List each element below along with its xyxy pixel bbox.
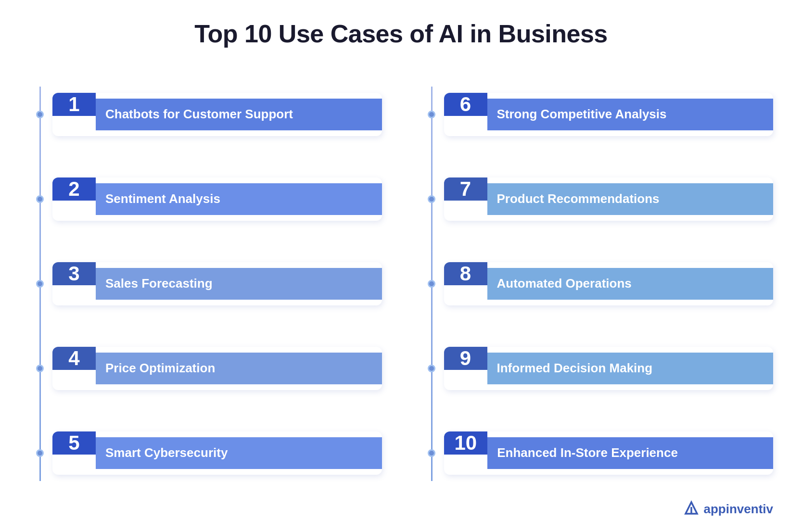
item-label-2: Sentiment Analysis (96, 183, 382, 215)
list-item: 4Price Optimization (29, 326, 382, 411)
item-label-5: Smart Cybersecurity (96, 437, 382, 469)
item-number-6: 6 (444, 93, 487, 116)
timeline-dot (428, 449, 435, 457)
item-card-7: 7Product Recommendations (444, 177, 774, 221)
item-card-10: 10Enhanced In-Store Experience (444, 431, 774, 475)
timeline-dot (36, 280, 44, 288)
item-number-2: 2 (52, 177, 96, 201)
timeline-dot (428, 195, 435, 203)
item-label-7: Product Recommendations (487, 183, 774, 215)
item-number-7: 7 (444, 177, 487, 201)
content-area: 1Chatbots for Customer Support2Sentiment… (29, 72, 773, 495)
logo-icon (683, 500, 700, 518)
item-label-9: Informed Decision Making (487, 353, 774, 384)
item-label-10: Enhanced In-Store Experience (487, 437, 773, 469)
item-number-10: 10 (444, 431, 488, 455)
item-card-2: 2Sentiment Analysis (52, 177, 382, 221)
item-card-6: 6Strong Competitive Analysis (444, 93, 774, 136)
item-card-9: 9Informed Decision Making (444, 347, 774, 390)
list-item: 9Informed Decision Making (420, 326, 774, 411)
item-label-4: Price Optimization (96, 353, 382, 384)
list-item: 3Sales Forecasting (29, 241, 382, 326)
item-card-8: 8Automated Operations (444, 262, 774, 305)
item-card-5: 5Smart Cybersecurity (52, 431, 382, 475)
timeline-dot (36, 111, 44, 118)
item-label-8: Automated Operations (487, 268, 774, 300)
item-number-8: 8 (444, 262, 487, 285)
item-card-4: 4Price Optimization (52, 347, 382, 390)
item-number-3: 3 (52, 262, 96, 285)
item-number-5: 5 (52, 431, 96, 455)
list-item: 10Enhanced In-Store Experience (420, 411, 774, 495)
item-label-1: Chatbots for Customer Support (96, 99, 382, 130)
timeline-dot (428, 111, 435, 118)
footer: appinventiv (29, 495, 773, 518)
item-card-1: 1Chatbots for Customer Support (52, 93, 382, 136)
item-label-6: Strong Competitive Analysis (487, 99, 774, 130)
list-item: 2Sentiment Analysis (29, 157, 382, 241)
item-card-3: 3Sales Forecasting (52, 262, 382, 305)
list-item: 1Chatbots for Customer Support (29, 72, 382, 157)
logo: appinventiv (683, 500, 773, 518)
timeline-dot (428, 365, 435, 372)
list-item: 6Strong Competitive Analysis (420, 72, 774, 157)
timeline-dot (36, 195, 44, 203)
list-item: 8Automated Operations (420, 241, 774, 326)
page-title: Top 10 Use Cases of AI in Business (194, 19, 608, 48)
timeline-dot (36, 365, 44, 372)
timeline-dot (428, 280, 435, 288)
timeline-dot (36, 449, 44, 457)
left-column: 1Chatbots for Customer Support2Sentiment… (29, 72, 382, 495)
list-item: 5Smart Cybersecurity (29, 411, 382, 495)
logo-text: appinventiv (704, 502, 773, 517)
item-label-3: Sales Forecasting (96, 268, 382, 300)
list-item: 7Product Recommendations (420, 157, 774, 241)
item-number-4: 4 (52, 347, 96, 370)
item-number-9: 9 (444, 347, 487, 370)
item-number-1: 1 (52, 93, 96, 116)
right-column: 6Strong Competitive Analysis7Product Rec… (420, 72, 774, 495)
